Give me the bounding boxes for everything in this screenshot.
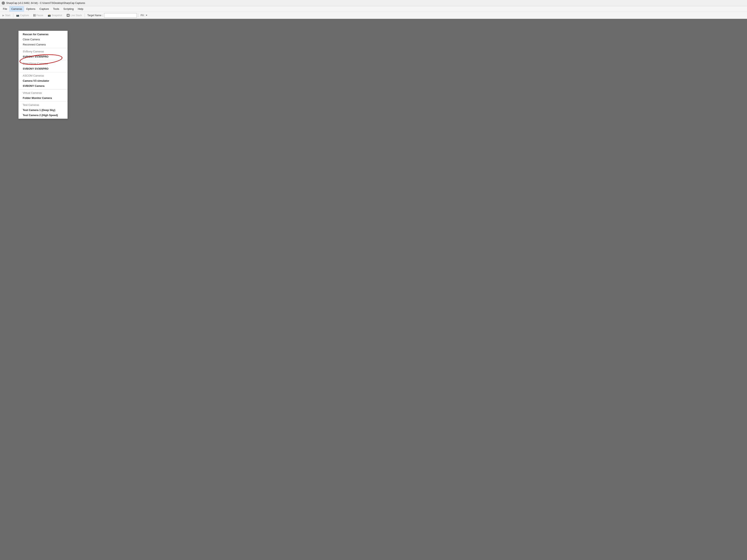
main-area: Rescan for Cameras Close Camera Reconnec… [0,19,747,560]
menu-scripting[interactable]: Scripting [61,6,76,12]
menu-rescan-cameras[interactable]: Rescan for Cameras [19,32,68,37]
menu-reconnect-camera[interactable]: Reconnect Camera [19,42,68,47]
fx-label: FX : [141,14,145,17]
menu-test-camera-1[interactable]: Test Camera 1 (Deep Sky) [19,107,68,113]
menu-folder-monitor-camera[interactable]: Folder Monitor Camera [19,96,68,101]
app-icon [2,1,5,5]
divider-4 [19,89,68,89]
menu-help[interactable]: Help [76,6,85,12]
fx-dropdown[interactable]: FX : ▼ [139,14,149,17]
cameras-dropdown-menu: Rescan for Cameras Close Camera Reconnec… [19,31,68,119]
target-name-input[interactable] [104,13,137,18]
pause-icon [33,14,35,17]
snapshot-icon: 📸 [48,14,51,17]
toolbar: ▶ Start 📷 Capture Pause 📸 Snapshot 🔲 Liv… [0,12,747,19]
target-name-label: Target Name : [87,14,103,17]
title-bar: SharpCap (v3.2.6482, 64 bit) - C:\Users\… [0,0,747,6]
menu-virtual-cameras-header: Virtual Cameras [19,90,68,96]
start-icon: ▶ [2,14,4,17]
title-text: SharpCap (v3.2.6482, 64 bit) - C:\Users\… [6,2,85,4]
menu-bar: File Cameras Options Capture Tools Scrip… [0,6,747,12]
menu-test-cameras-header: Test Cameras [19,102,68,107]
live-stack-button[interactable]: 🔲 Live Stack [65,13,83,18]
capture-icon: 📷 [16,14,19,17]
pause-button[interactable]: Pause [32,13,45,18]
menu-close-camera[interactable]: Close Camera [19,37,68,42]
menu-cameras[interactable]: Cameras [9,6,24,12]
fx-dropdown-arrow: ▼ [146,14,148,17]
start-button[interactable]: ▶ Start [1,13,12,18]
menu-test-camera-2[interactable]: Test Camera 2 (High Speed) [19,113,68,118]
menu-svbony-sv305pro-1[interactable]: SVBONY SV305PRO [19,54,68,59]
menu-file[interactable]: File [1,6,9,12]
menu-ascom-cameras-header: ASCOM Cameras [19,73,68,78]
menu-svbony-camera[interactable]: SVBONY Camera [19,83,68,88]
menu-svbony-sv305pro-2[interactable]: SVBONY SV305PRO [19,66,68,71]
capture-button[interactable]: 📷 Capture [15,13,30,18]
menu-capture[interactable]: Capture [37,6,51,12]
menu-svbony-cameras-header: SVBony Cameras [19,49,68,54]
menu-options[interactable]: Options [24,6,37,12]
divider-1 [19,48,68,48]
snapshot-button[interactable]: 📸 Snapshot [46,13,64,18]
divider-5 [19,101,68,102]
toolbar-separator-3 [138,13,138,18]
menu-directshow-cameras-header: DirectShow Cameras [19,61,68,66]
live-stack-icon: 🔲 [67,14,70,17]
menu-camera-v3-simulator[interactable]: Camera V3 simulator [19,78,68,83]
menu-tools[interactable]: Tools [51,6,61,12]
